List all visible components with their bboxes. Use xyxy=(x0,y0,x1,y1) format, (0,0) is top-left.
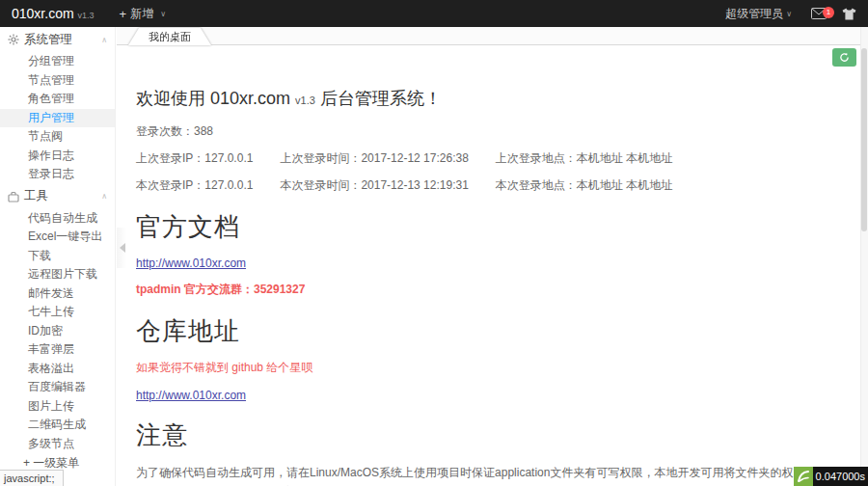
docs-link[interactable]: http://www.010xr.com xyxy=(136,256,246,270)
sidebar-item-code-generator[interactable]: 代码自动生成 xyxy=(0,209,115,229)
user-menu-label: 超级管理员 xyxy=(725,6,783,22)
sidebar-item-baidu-editor[interactable]: 百度编辑器 xyxy=(0,378,115,397)
plus-icon: + xyxy=(120,7,127,21)
vertical-scrollbar[interactable] xyxy=(860,27,868,486)
app-root: 010xr.com v1.3 + 新增 ∨ 超级管理员 ∨ 1 xyxy=(0,0,868,486)
login-count: 登录次数：388 xyxy=(136,123,860,140)
theme-skin-button[interactable] xyxy=(836,8,868,20)
tab-bar: 我的桌面 xyxy=(117,27,868,45)
welcome-prefix: 欢迎使用 010xr.com xyxy=(136,89,290,108)
repo-link[interactable]: http://www.010xr.com xyxy=(136,389,246,402)
sidebar-section-label: 系统管理 xyxy=(24,32,72,48)
tab-my-desktop[interactable]: 我的桌面 xyxy=(128,28,211,45)
toolbox-icon xyxy=(8,191,19,202)
sidebar-item-node-management[interactable]: 节点管理 xyxy=(0,71,115,91)
current-login-row: 本次登录IP：127.0.0.1 本次登录时间：2017-12-13 12:19… xyxy=(136,177,860,194)
message-count-badge: 1 xyxy=(823,7,834,18)
notice-heading: 注意 xyxy=(136,418,860,452)
trace-badge[interactable]: 0.047000s xyxy=(794,467,868,486)
chevron-down-icon: ∨ xyxy=(160,10,166,18)
refresh-icon xyxy=(839,52,850,63)
sidebar-item-image-upload[interactable]: 图片上传 xyxy=(0,397,115,417)
chevron-left-icon xyxy=(120,243,125,253)
curr-login-location: 本次登录地点：本机地址 本机地址 xyxy=(496,177,672,194)
topbar-right: 超级管理员 ∨ 1 xyxy=(716,0,868,27)
sidebar-item-download[interactable]: 下载 xyxy=(0,247,115,266)
sidebar-item-id-encrypt[interactable]: ID加密 xyxy=(0,322,115,341)
repo-heading: 仓库地址 xyxy=(136,314,860,348)
sidebar-item-remote-image-download[interactable]: 远程图片下载 xyxy=(0,265,115,284)
sidebar-section-system[interactable]: 系统管理 ∧ xyxy=(0,27,115,52)
scrollbar-thumb[interactable] xyxy=(861,48,867,231)
chevron-up-icon: ∧ xyxy=(101,36,107,44)
thinkphp-trace-icon xyxy=(794,467,813,486)
sidebar-item-rich-layer[interactable]: 丰富弹层 xyxy=(0,340,115,360)
add-new-label: 新增 xyxy=(130,6,153,22)
sidebar-item-user-management[interactable]: 用户管理 xyxy=(0,109,115,128)
curr-login-time: 本次登录时间：2017-12-13 12:19:31 xyxy=(280,177,468,194)
qq-group-line: tpadmin 官方交流群：35291327 xyxy=(136,282,860,298)
topbar: 010xr.com v1.3 + 新增 ∨ 超级管理员 ∨ 1 xyxy=(0,0,868,27)
sidebar-item-operation-log[interactable]: 操作日志 xyxy=(0,147,115,166)
sidebar-item-login-log[interactable]: 登录日志 xyxy=(0,165,115,184)
refresh-button[interactable] xyxy=(832,48,856,67)
sidebar-item-node-valve[interactable]: 节点阀 xyxy=(0,127,115,147)
welcome-suffix: 后台管理系统！ xyxy=(320,89,442,108)
notice-text: 为了确保代码自动生成可用，请在Linux/MacOS系统上使用项目时保证appl… xyxy=(136,463,860,486)
main-area: 我的桌面 欢迎使用 010xr.com v1.3 后台管理系统！ 登录次数：38… xyxy=(117,27,868,486)
sidebar-item-group-management[interactable]: 分组管理 xyxy=(0,52,115,71)
brand-name: 010xr.com xyxy=(12,6,74,21)
sidebar-item-role-management[interactable]: 角色管理 xyxy=(0,90,115,109)
github-star-line: 如果觉得不错就到 github 给个星呗 xyxy=(136,360,860,376)
desktop-content: 欢迎使用 010xr.com v1.3 后台管理系统！ 登录次数：388 上次登… xyxy=(117,69,860,486)
sidebar-collapse-handle[interactable] xyxy=(117,228,127,268)
trace-time: 0.047000s xyxy=(813,467,868,486)
gear-icon xyxy=(8,34,19,45)
sidebar-section-label: 工具 xyxy=(24,188,48,204)
sidebar-item-mail-send[interactable]: 邮件发送 xyxy=(0,284,115,304)
docs-heading: 官方文档 xyxy=(136,210,860,244)
curr-login-ip: 本次登录IP：127.0.0.1 xyxy=(136,177,253,194)
sidebar: 系统管理 ∧ 分组管理 节点管理 角色管理 用户管理 节点阀 操作日志 登录日志… xyxy=(0,27,116,486)
tab-toolbar xyxy=(117,45,868,68)
prev-login-time: 上次登录时间：2017-12-12 17:26:38 xyxy=(280,150,468,167)
prev-login-ip: 上次登录IP：127.0.0.1 xyxy=(136,150,253,167)
chevron-up-icon: ∧ xyxy=(101,192,107,201)
previous-login-row: 上次登录IP：127.0.0.1 上次登录时间：2017-12-12 17:26… xyxy=(136,150,860,167)
messages-button[interactable]: 1 xyxy=(801,8,836,19)
sidebar-item-multi-level-node[interactable]: 多级节点 xyxy=(0,435,115,454)
user-menu[interactable]: 超级管理员 ∨ xyxy=(716,6,801,22)
welcome-title: 欢迎使用 010xr.com v1.3 后台管理系统！ xyxy=(136,87,860,110)
sidebar-section-tools[interactable]: 工具 ∧ xyxy=(0,184,115,209)
sidebar-item-table-overflow[interactable]: 表格溢出 xyxy=(0,360,115,379)
browser-status-hint: javascript:; xyxy=(0,470,64,486)
sidebar-item-qiniu-upload[interactable]: 七牛上传 xyxy=(0,303,115,322)
brand-logo[interactable]: 010xr.com v1.3 xyxy=(0,6,106,21)
add-new-menu[interactable]: + 新增 ∨ xyxy=(106,0,179,27)
welcome-version: v1.3 xyxy=(295,94,315,106)
sidebar-item-excel-export[interactable]: Excel一键导出 xyxy=(0,228,115,247)
brand-version: v1.3 xyxy=(78,11,95,20)
prev-login-location: 上次登录地点：本机地址 本机地址 xyxy=(496,150,672,167)
sidebar-item-qrcode-generate[interactable]: 二维码生成 xyxy=(0,416,115,435)
tshirt-icon xyxy=(842,8,856,20)
chevron-down-icon: ∨ xyxy=(786,10,792,18)
